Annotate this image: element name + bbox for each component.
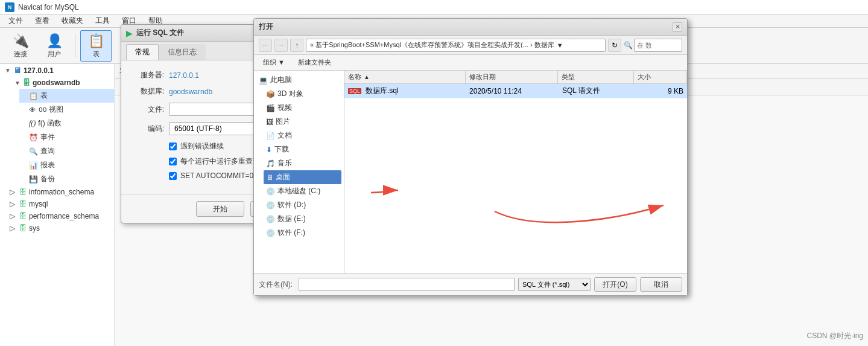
nav-up-button[interactable]: ↑ <box>290 39 303 52</box>
expand-icon-5: ▷ <box>10 212 17 220</box>
start-button[interactable]: 开始 <box>196 201 244 217</box>
dialog-title-left: ▶ 运行 SQL 文件 <box>126 28 184 38</box>
sidebar-item-queries[interactable]: 🔍 查询 <box>19 144 114 158</box>
file-row-db-sql[interactable]: SQL 数据库.sql 2020/5/10 11:24 SQL 语文件 9 KB <box>344 84 687 98</box>
menu-view[interactable]: 查看 <box>29 14 55 27</box>
sidebar-db-information-schema[interactable]: ▷ 🗄 information_schema <box>0 186 114 198</box>
report-list-icon: 📊 <box>29 161 38 170</box>
app-icon: N <box>5 2 14 12</box>
file-dialog-body: 💻 此电脑 📦 3D 对象 🎬 视频 🖼 图片 📄 文档 <box>254 71 687 273</box>
new-folder-btn[interactable]: 新建文件夹 <box>294 57 335 68</box>
file-dialog-nav: ← → ↑ « 基于SpringBoot+SSM+Mysql《在线库存预警系统》… <box>254 36 687 55</box>
tree-video[interactable]: 🎬 视频 <box>264 101 341 115</box>
tree-document[interactable]: 📄 文档 <box>264 129 341 143</box>
sidebar-item-functions[interactable]: f() f() 函数 <box>19 117 114 130</box>
col-size[interactable]: 大小 <box>634 71 687 83</box>
connect-icon: 🔌 <box>11 33 30 50</box>
expand-icon-4: ▷ <box>10 200 17 208</box>
breadcrumb-dropdown-icon: ▼ <box>557 42 563 49</box>
file-dialog-close[interactable]: ✕ <box>673 22 682 32</box>
tree-local-c[interactable]: 💿 本地磁盘 (C:) <box>264 184 341 198</box>
menu-favorites[interactable]: 收藏夹 <box>55 14 89 27</box>
tree-soft-d[interactable]: 💿 软件 (D:) <box>264 198 341 212</box>
chevron-down-icon: ▼ <box>5 67 11 74</box>
tree-desktop[interactable]: 🖥 桌面 <box>264 170 341 184</box>
database-label: 数据库: <box>131 86 164 97</box>
tree-music[interactable]: 🎵 音乐 <box>264 156 341 170</box>
col-name[interactable]: 名称 ▲ <box>344 71 466 83</box>
expand-icon-3: ▷ <box>10 188 17 196</box>
search-area: 🔍 <box>624 39 682 52</box>
tree-children: 📦 3D 对象 🎬 视频 🖼 图片 📄 文档 ⬇ 下载 <box>256 87 341 240</box>
organize-btn[interactable]: 组织 ▼ <box>259 57 289 68</box>
sidebar-server[interactable]: ▼ 🖥 127.0.0.1 <box>0 64 114 77</box>
sidebar-db-sys[interactable]: ▷ 🗄 sys <box>0 222 114 234</box>
file-list: 名称 ▲ 修改日期 类型 大小 SQL 数据库.sql <box>344 71 687 273</box>
file-list-header: 名称 ▲ 修改日期 类型 大小 <box>344 71 687 84</box>
desktop-icon: 🖥 <box>266 173 273 182</box>
menu-tools[interactable]: 工具 <box>89 14 116 27</box>
menu-file[interactable]: 文件 <box>2 14 29 27</box>
sidebar-db-performance-schema[interactable]: ▷ 🗄 performance_schema <box>0 210 114 222</box>
sidebar-db-mysql[interactable]: ▷ 🗄 mysql <box>0 198 114 210</box>
tree-data-e[interactable]: 💿 数据 (E:) <box>264 212 341 226</box>
checkbox-multi-query-input[interactable] <box>169 158 177 165</box>
event-list-icon: ⏰ <box>29 133 38 142</box>
sidebar-item-backups[interactable]: 💾 备份 <box>19 172 114 186</box>
database-value: goodswarndb <box>169 88 212 96</box>
sidebar-item-reports[interactable]: 📊 报表 <box>19 158 114 172</box>
file-dialog-footer: 文件名(N): SQL 文件 (*.sql) 打开(O) 取消 <box>254 273 687 295</box>
disk-d-icon: 💿 <box>266 201 275 210</box>
db-icon-4: 🗄 <box>19 212 27 220</box>
open-file-button[interactable]: 打开(O) <box>594 277 636 292</box>
sidebar-item-events[interactable]: ⏰ 事件 <box>19 130 114 144</box>
nav-forward-button[interactable]: → <box>274 39 288 52</box>
db-icon-5: 🗄 <box>19 224 27 232</box>
tree-download[interactable]: ⬇ 下载 <box>264 143 341 156</box>
file-modified-cell: 2020/5/10 11:24 <box>466 86 559 97</box>
sidebar-db-goodswarndb[interactable]: ▼ 🗄 goodswarndb <box>10 77 114 89</box>
tree-computer[interactable]: 💻 此电脑 <box>256 73 341 87</box>
filename-input[interactable] <box>299 278 515 291</box>
sidebar-item-tables[interactable]: 📋 表 <box>19 89 114 103</box>
toolbar-connect[interactable]: 🔌 连接 <box>5 30 36 62</box>
file-dialog-title-text: 打开 <box>259 22 273 32</box>
checkbox-autocommit-input[interactable] <box>169 172 177 180</box>
file-tree: 💻 此电脑 📦 3D 对象 🎬 视频 🖼 图片 📄 文档 <box>254 71 344 273</box>
chevron-down-icon-2: ▼ <box>14 80 21 86</box>
user-icon: 👤 <box>45 33 64 50</box>
checkbox-on-error-input[interactable] <box>169 143 177 150</box>
tree-soft-f[interactable]: 💿 软件 (F:) <box>264 226 341 240</box>
disk-c-icon: 💿 <box>266 187 275 196</box>
db-icon-3: 🗄 <box>19 200 27 208</box>
tab-normal[interactable]: 常规 <box>126 44 159 60</box>
toolbar-table[interactable]: 📋 表 <box>80 30 112 62</box>
file-size-cell: 9 KB <box>634 86 687 97</box>
db-icon-2: 🗄 <box>19 188 27 196</box>
download-icon: ⬇ <box>266 146 272 154</box>
3d-icon: 📦 <box>266 90 275 98</box>
document-icon: 📄 <box>266 132 275 140</box>
tree-3d[interactable]: 📦 3D 对象 <box>264 87 341 101</box>
file-dialog-controls: ✕ <box>673 22 682 32</box>
toolbar-user[interactable]: 👤 用户 <box>39 30 70 62</box>
watermark: CSDN @时光-ing <box>806 331 863 341</box>
title-bar: N Navicat for MySQL <box>0 0 868 14</box>
tree-picture[interactable]: 🖼 图片 <box>264 115 341 129</box>
sidebar-item-views[interactable]: 👁 oo 视图 <box>19 103 114 117</box>
nav-back-button[interactable]: ← <box>259 39 272 52</box>
app-title: Navicat for MySQL <box>18 3 79 11</box>
refresh-button[interactable]: ↻ <box>608 39 621 52</box>
col-type[interactable]: 类型 <box>558 71 634 83</box>
sort-icon: ▲ <box>364 74 370 80</box>
search-input[interactable] <box>634 39 682 52</box>
col-modified[interactable]: 修改日期 <box>466 71 559 83</box>
server-value: 127.0.0.1 <box>169 71 199 80</box>
cancel-file-button[interactable]: 取消 <box>640 277 682 292</box>
music-icon: 🎵 <box>266 159 275 168</box>
filetype-select[interactable]: SQL 文件 (*.sql) <box>518 278 591 291</box>
breadcrumb-bar[interactable]: « 基于SpringBoot+SSM+Mysql《在线库存预警系统》项目全程实战… <box>306 39 606 52</box>
func-list-icon: f() <box>29 119 36 128</box>
tab-log[interactable]: 信息日志 <box>159 44 206 60</box>
breadcrumb-text: « 基于SpringBoot+SSM+Mysql《在线库存预警系统》项目全程实战… <box>310 40 554 50</box>
